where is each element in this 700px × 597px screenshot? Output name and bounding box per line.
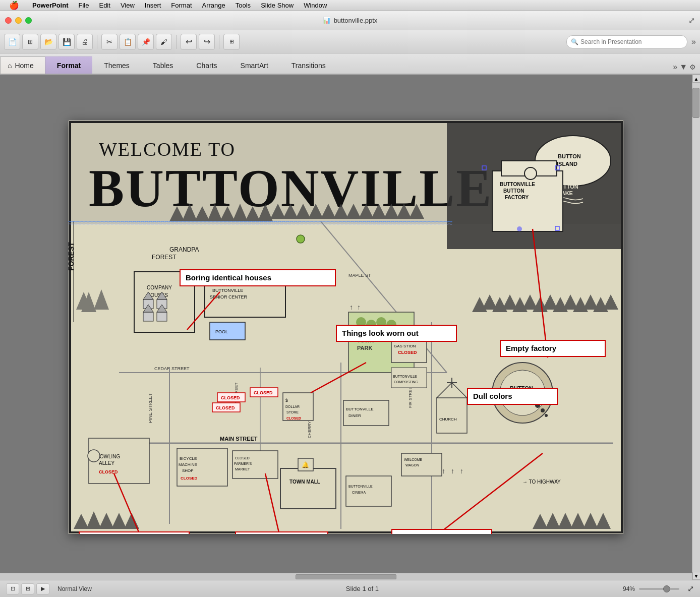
menu-arrange[interactable]: Arrange bbox=[197, 0, 230, 11]
menu-tools[interactable]: Tools bbox=[230, 0, 256, 11]
menu-bar: 🍎 PowerPoint File Edit View Insert Forma… bbox=[0, 0, 700, 11]
tab-home[interactable]: Home bbox=[0, 56, 45, 74]
zoom-slider[interactable] bbox=[639, 588, 679, 590]
svg-text:COMPANY: COMPANY bbox=[147, 285, 172, 290]
svg-text:POOL: POOL bbox=[215, 329, 228, 334]
scrollbar-right: ▲ ▼ bbox=[692, 75, 700, 580]
save-button[interactable]: 💾 bbox=[59, 34, 75, 50]
maximize-button[interactable] bbox=[25, 17, 32, 24]
hscroll-thumb[interactable] bbox=[296, 574, 396, 579]
svg-rect-96 bbox=[343, 400, 389, 426]
cut-button[interactable]: ✂ bbox=[101, 34, 118, 50]
sep2 bbox=[176, 35, 177, 49]
status-bar: ⊡ ⊞ ▶ Normal View Slide 1 of 1 94% ⤢ bbox=[0, 580, 700, 597]
svg-text:DOLLAR: DOLLAR bbox=[285, 405, 300, 408]
svg-text:↑: ↑ bbox=[349, 303, 353, 311]
svg-text:WELCOME TO: WELCOME TO bbox=[99, 139, 236, 160]
ribbon-settings-icon: ⚙ bbox=[689, 63, 696, 71]
svg-point-21 bbox=[517, 226, 522, 231]
svg-text:CLOSED: CLOSED bbox=[99, 469, 118, 474]
svg-point-106 bbox=[88, 450, 100, 462]
scroll-thumb[interactable] bbox=[692, 88, 699, 118]
svg-text:CEDAR STREET: CEDAR STREET bbox=[154, 366, 190, 371]
svg-text:ALLEY: ALLEY bbox=[99, 460, 114, 466]
tab-tables[interactable]: Tables bbox=[141, 56, 185, 74]
ribbon-tabs: Home Format Themes Tables Charts SmartAr… bbox=[0, 53, 700, 75]
search-icon: 🔍 bbox=[571, 38, 578, 45]
title-bar: 📊 buttonville.pptx ⤢ bbox=[0, 11, 700, 30]
svg-text:🔔: 🔔 bbox=[302, 461, 309, 468]
svg-text:↑: ↑ bbox=[442, 467, 445, 475]
paste-button[interactable]: 📌 bbox=[138, 34, 154, 50]
menu-window[interactable]: Window bbox=[299, 0, 332, 11]
svg-point-48 bbox=[297, 235, 305, 243]
scroll-track[interactable] bbox=[692, 83, 700, 572]
svg-text:COMPOSTING: COMPOSTING bbox=[394, 380, 418, 384]
svg-text:$: $ bbox=[285, 398, 288, 403]
sep3 bbox=[219, 35, 219, 49]
scroll-up-button[interactable]: ▲ bbox=[692, 75, 701, 83]
svg-point-172 bbox=[541, 408, 545, 412]
slide[interactable]: WELCOME TO BUTTONVILLE BUTTON ISLAND BUT… bbox=[69, 121, 623, 534]
apple-menu[interactable]: 🍎 bbox=[4, 0, 24, 11]
svg-text:TOWN MALL: TOWN MALL bbox=[289, 479, 320, 485]
search-input[interactable] bbox=[580, 38, 683, 45]
menu-slideshow[interactable]: Slide Show bbox=[256, 0, 299, 11]
scroll-down-button[interactable]: ▼ bbox=[692, 572, 701, 580]
svg-text:FARMER'S: FARMER'S bbox=[234, 462, 252, 465]
redo-button[interactable]: ↪ bbox=[199, 34, 215, 50]
menu-view[interactable]: View bbox=[115, 0, 140, 11]
tab-themes[interactable]: Themes bbox=[92, 56, 141, 74]
svg-text:FOREST: FOREST bbox=[69, 242, 75, 271]
menu-format[interactable]: Format bbox=[166, 0, 197, 11]
fullscreen-button[interactable]: ⤢ bbox=[687, 584, 694, 593]
annotation-empty-factory[interactable]: Empty factory bbox=[500, 340, 606, 357]
new-button[interactable]: 📄 bbox=[4, 34, 20, 50]
minimize-button[interactable] bbox=[15, 17, 22, 24]
open-button[interactable]: 📂 bbox=[40, 34, 56, 50]
horizontal-scrollbar[interactable] bbox=[0, 573, 692, 580]
slide-sorter-button[interactable]: ⊞ bbox=[21, 583, 34, 594]
menu-file[interactable]: File bbox=[74, 0, 94, 11]
annotation-dull-colors[interactable]: Dull colors bbox=[467, 388, 558, 405]
menu-powerpoint[interactable]: PowerPoint bbox=[27, 0, 74, 11]
annotation-empty-highway[interactable]: Empty highway bbox=[391, 529, 492, 534]
svg-text:PARK: PARK bbox=[357, 345, 372, 351]
tab-smartart[interactable]: SmartArt bbox=[229, 56, 280, 74]
filename-label: buttonville.pptx bbox=[334, 17, 378, 24]
search-box[interactable]: 🔍 bbox=[566, 35, 687, 48]
svg-text:CLOSED: CLOSED bbox=[286, 416, 301, 420]
copy-button[interactable]: 📋 bbox=[120, 34, 136, 50]
svg-rect-102 bbox=[89, 438, 149, 484]
svg-text:MARKET: MARKET bbox=[235, 467, 250, 471]
normal-view-button[interactable]: ⊡ bbox=[6, 583, 19, 594]
ribbon-more-button[interactable]: » ▼ ⚙ bbox=[669, 61, 700, 74]
print-button[interactable]: 🖨 bbox=[77, 34, 93, 50]
expand-button[interactable]: ⤢ bbox=[688, 16, 695, 25]
annotation-things-worn[interactable]: Things look worn out bbox=[336, 325, 457, 342]
tab-charts[interactable]: Charts bbox=[185, 56, 228, 74]
undo-button[interactable]: ↩ bbox=[181, 34, 197, 50]
menu-edit[interactable]: Edit bbox=[94, 0, 115, 11]
svg-text:BUTTONVILLE: BUTTONVILLE bbox=[348, 485, 373, 488]
toolbar-more-button[interactable]: » bbox=[691, 37, 696, 46]
svg-rect-58 bbox=[157, 312, 167, 321]
menu-insert[interactable]: Insert bbox=[140, 0, 166, 11]
table-button[interactable]: ⊞ bbox=[223, 34, 240, 50]
close-button[interactable] bbox=[5, 17, 12, 24]
format-button[interactable]: 🖌 bbox=[156, 34, 172, 50]
svg-text:CLOSED: CLOSED bbox=[216, 405, 235, 410]
grid-button[interactable]: ⊞ bbox=[22, 34, 38, 50]
tab-format[interactable]: Format bbox=[45, 56, 92, 74]
presenter-button[interactable]: ▶ bbox=[36, 583, 49, 594]
svg-text:GRANDPA: GRANDPA bbox=[169, 246, 199, 253]
view-label: Normal View bbox=[57, 585, 92, 592]
svg-text:↑: ↑ bbox=[460, 467, 463, 475]
tab-transitions[interactable]: Transitions bbox=[280, 56, 337, 74]
svg-text:SHOP: SHOP bbox=[182, 468, 194, 473]
annotation-boring-houses[interactable]: Boring identical houses bbox=[180, 269, 336, 286]
annotation-lots-closed[interactable]: Lots of closed signs bbox=[79, 531, 190, 534]
annotation-no-people[interactable]: No people on sidewalks bbox=[235, 531, 328, 534]
zoom-thumb[interactable] bbox=[663, 585, 670, 592]
svg-text:↑: ↑ bbox=[451, 467, 454, 475]
